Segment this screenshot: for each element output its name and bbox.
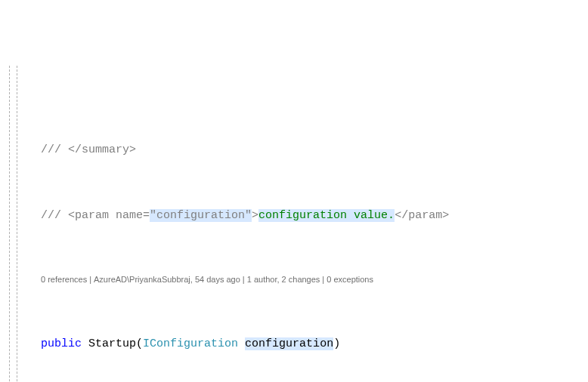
outline-guide-1 (9, 66, 10, 382)
codelens-sep: | (320, 275, 326, 284)
codelens-changes[interactable]: 1 author, 2 changes (247, 275, 320, 284)
doc-text: configuration value. (258, 209, 395, 222)
codelens-references[interactable]: 0 references (41, 275, 87, 284)
ctor-name: Startup (88, 337, 136, 350)
paren-close: ) (333, 337, 340, 350)
space (238, 337, 245, 350)
keyword-public: public (41, 337, 82, 350)
code-editor[interactable]: /// </summary> /// <param name="configur… (0, 66, 588, 382)
xml-end: </param> (395, 209, 449, 222)
codelens-row-1[interactable]: 0 references|AzureAD\PriyankaSubbraj, 54… (20, 273, 588, 287)
doc-slashes: /// (41, 209, 68, 222)
code-line-param-doc: /// <param name="configuration">configur… (20, 208, 588, 224)
codelens-exceptions[interactable]: 0 exceptions (326, 275, 373, 284)
xml-attr: "configuration" (150, 209, 252, 222)
paren-open: ( (136, 337, 143, 350)
codelens-author[interactable]: AzureAD\PriyankaSubbraj, 54 days ago (94, 275, 240, 284)
outline-guide-2 (17, 66, 17, 382)
space (82, 337, 88, 350)
codelens-sep: | (87, 275, 94, 284)
xml-doc-end-summary: /// </summary> (41, 143, 136, 156)
type-iconfiguration: IConfiguration (143, 337, 238, 350)
xml-close-bracket: > (252, 209, 258, 222)
xml-open: <param name= (68, 209, 150, 222)
param-configuration: configuration (245, 337, 333, 350)
codelens-sep: | (240, 275, 247, 284)
code-line-truncated: /// </summary> (20, 142, 588, 159)
code-line-ctor-sig: public Startup(IConfiguration configurat… (20, 336, 588, 353)
